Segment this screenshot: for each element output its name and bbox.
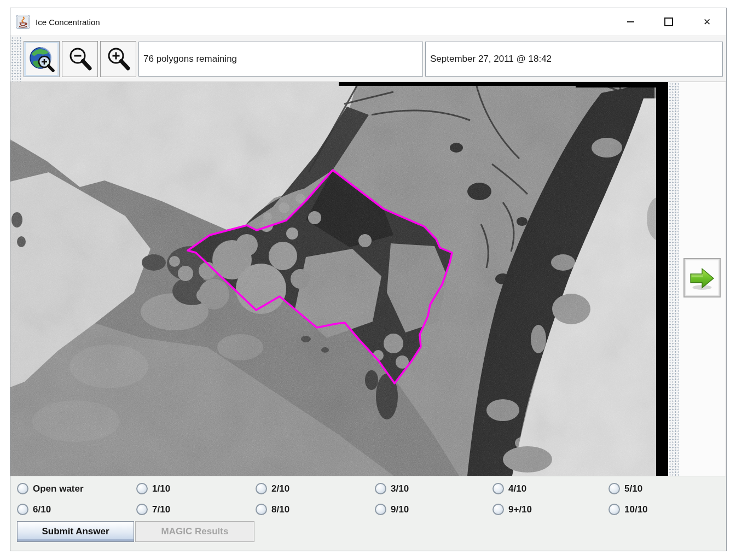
radio-label: Open water: [33, 483, 84, 494]
radio-label: 7/10: [152, 504, 170, 515]
title-bar: Ice Concentration ✕: [10, 8, 726, 36]
nodata-right-strip: [656, 82, 668, 476]
radio-label: 3/10: [391, 483, 409, 494]
radio-icon[interactable]: [492, 504, 504, 515]
zoom-in-button[interactable]: [100, 41, 136, 77]
radio-option-2-10[interactable]: 2/10: [256, 483, 375, 494]
radio-icon[interactable]: [136, 483, 148, 494]
zoom-out-button[interactable]: [62, 41, 98, 77]
radio-option-open-water[interactable]: Open water: [17, 483, 136, 494]
radio-icon[interactable]: [17, 504, 28, 515]
action-buttons: Submit Answer MAGIC Results: [17, 521, 726, 542]
image-date-text: September 27, 2011 @ 18:42: [430, 54, 552, 65]
radio-option-9plus-10[interactable]: 9+/10: [492, 504, 608, 515]
radio-icon[interactable]: [256, 504, 267, 515]
radio-label: 9+/10: [508, 504, 532, 515]
radio-option-7-10[interactable]: 7/10: [136, 504, 256, 515]
sar-image-viewer[interactable]: [10, 82, 668, 476]
radio-icon[interactable]: [375, 483, 386, 494]
radio-label: 6/10: [33, 504, 51, 515]
magnifier-plus-icon: [104, 45, 132, 73]
window-title: Ice Concentration: [36, 18, 100, 27]
radio-option-10-10[interactable]: 10/10: [608, 504, 726, 515]
radio-icon[interactable]: [608, 504, 620, 515]
magic-results-button[interactable]: MAGIC Results: [135, 521, 254, 542]
java-coffee-cup-icon: [15, 14, 31, 30]
radio-label: 10/10: [624, 504, 648, 515]
toolbar: 76 polygons remaining September 27, 2011…: [10, 36, 726, 82]
maximize-icon: [664, 18, 673, 26]
next-polygon-button[interactable]: [683, 258, 721, 298]
image-date-field[interactable]: September 27, 2011 @ 18:42: [425, 42, 723, 77]
minimize-button[interactable]: [611, 8, 650, 36]
right-toolbar-grip[interactable]: [668, 82, 679, 476]
answer-panel: Open water 1/10 2/10 3/10 4/10 5/10: [10, 476, 726, 551]
globe-magnifier-icon: [27, 45, 56, 73]
right-toolbar: [668, 82, 726, 476]
radio-label: 8/10: [271, 504, 289, 515]
radio-option-6-10[interactable]: 6/10: [17, 504, 136, 515]
radio-icon[interactable]: [608, 483, 620, 494]
magnifier-minus-icon: [66, 45, 94, 73]
radio-option-5-10[interactable]: 5/10: [608, 483, 726, 494]
close-icon: ✕: [703, 18, 711, 27]
radio-label: 5/10: [624, 483, 642, 494]
radio-icon[interactable]: [17, 483, 28, 494]
radio-option-3-10[interactable]: 3/10: [375, 483, 492, 494]
submit-answer-button[interactable]: Submit Answer: [17, 521, 134, 542]
window-controls: ✕: [611, 8, 726, 36]
minimize-icon: [627, 21, 634, 22]
close-button[interactable]: ✕: [688, 8, 726, 36]
radio-label: 9/10: [391, 504, 409, 515]
radio-option-1-10[interactable]: 1/10: [136, 483, 256, 494]
sar-image[interactable]: [10, 82, 668, 476]
radio-option-4-10[interactable]: 4/10: [492, 483, 608, 494]
radio-label: 1/10: [152, 483, 170, 494]
concentration-options: Open water 1/10 2/10 3/10 4/10 5/10: [17, 483, 726, 515]
main-area: [10, 82, 726, 476]
radio-icon[interactable]: [256, 483, 267, 494]
polygons-remaining-field[interactable]: 76 polygons remaining: [138, 42, 423, 77]
radio-icon[interactable]: [375, 504, 386, 515]
radio-label: 4/10: [508, 483, 526, 494]
app-window: Ice Concentration ✕: [10, 8, 727, 551]
radio-icon[interactable]: [136, 504, 148, 515]
radio-label: 2/10: [271, 483, 289, 494]
radio-option-8-10[interactable]: 8/10: [256, 504, 375, 515]
toolbar-grip[interactable]: [10, 36, 22, 81]
green-arrow-right-icon: [687, 262, 717, 293]
polygons-remaining-text: 76 polygons remaining: [143, 54, 237, 65]
zoom-full-extent-button[interactable]: [24, 41, 60, 77]
radio-option-9-10[interactable]: 9/10: [375, 504, 492, 515]
radio-icon[interactable]: [492, 483, 504, 494]
maximize-button[interactable]: [650, 8, 688, 36]
